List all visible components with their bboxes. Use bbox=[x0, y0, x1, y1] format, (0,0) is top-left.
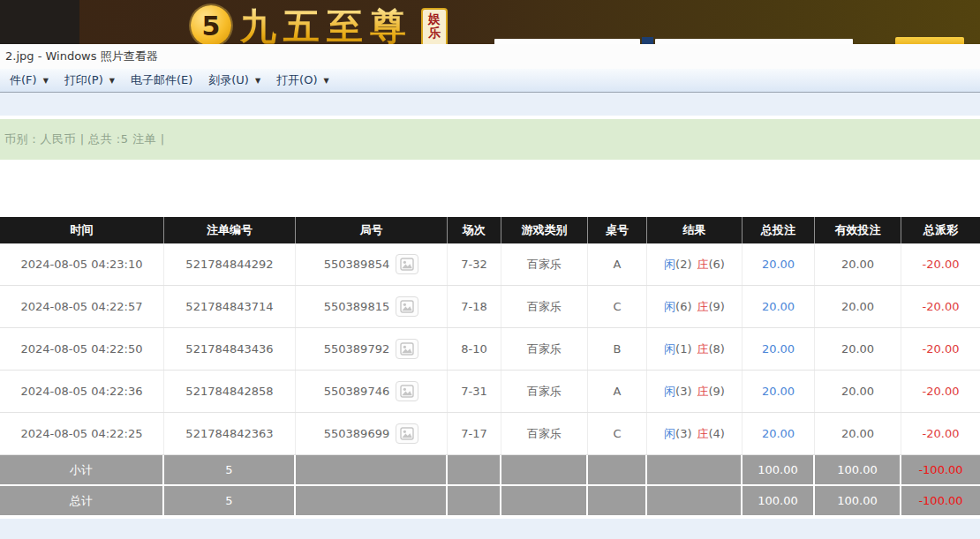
menu-email-label: 电子邮件(E) bbox=[131, 72, 192, 88]
round-id: 550389699 bbox=[324, 427, 389, 440]
round-id: 550389746 bbox=[324, 385, 389, 398]
round-id: 550389854 bbox=[324, 258, 389, 271]
cell-total-bet: 20.00 bbox=[743, 243, 815, 285]
table-row: 2024-08-05 04:23:10 521784844292 5503898… bbox=[0, 243, 980, 286]
cell-table-no: C bbox=[588, 413, 647, 454]
cell-time: 2024-08-05 04:22:50 bbox=[0, 328, 164, 370]
empty-cell bbox=[296, 486, 448, 515]
total-row: 总计 5 100.00 100.00 -100.00 bbox=[0, 486, 980, 515]
table-body: 2024-08-05 04:23:10 521784844292 5503898… bbox=[0, 243, 980, 455]
cell-round: 550389854 bbox=[296, 243, 448, 285]
cell-time: 2024-08-05 04:22:36 bbox=[0, 371, 164, 412]
empty-cell bbox=[501, 486, 588, 515]
currency-info-text: 币别：人民币 | 总共 :5 注单 | bbox=[4, 131, 165, 147]
result-image-thumbnail[interactable] bbox=[396, 381, 418, 401]
broken-image-icon bbox=[400, 342, 414, 356]
cell-total-bet: 20.00 bbox=[743, 328, 815, 370]
empty-cell bbox=[588, 486, 647, 515]
currency-info-bar: 币别：人民币 | 总共 :5 注单 | bbox=[0, 119, 980, 160]
round-id: 550389792 bbox=[324, 342, 389, 356]
table-row: 2024-08-05 04:22:57 521784843714 5503898… bbox=[0, 286, 980, 328]
header-cell: 总投注 bbox=[743, 217, 815, 243]
result-image-thumbnail[interactable] bbox=[396, 296, 418, 317]
cell-total-bet: 20.00 bbox=[743, 286, 815, 327]
header-cell: 场次 bbox=[448, 217, 501, 243]
menu-burn-label: 刻录(U) bbox=[208, 72, 249, 88]
banker-points: (9) bbox=[709, 385, 725, 398]
cell-result: 闲(3)庄(9) bbox=[647, 371, 743, 412]
photo-viewer-window: 2.jpg - Windows 照片查看器 件(F) ▼ 打印(P) ▼ 电子邮… bbox=[0, 44, 980, 539]
header-cell: 游戏类别 bbox=[501, 217, 588, 243]
player-points: (1) bbox=[675, 342, 691, 356]
banker-label: 庄 bbox=[697, 257, 709, 273]
cell-result: 闲(3)庄(4) bbox=[647, 413, 743, 454]
cell-round: 550389815 bbox=[296, 286, 448, 327]
cell-time: 2024-08-05 04:22:57 bbox=[0, 286, 164, 327]
player-label: 闲 bbox=[664, 299, 675, 315]
cell-session: 7-31 bbox=[448, 371, 501, 412]
banker-points: (8) bbox=[709, 342, 725, 356]
menu-email[interactable]: 电子邮件(E) bbox=[123, 69, 200, 92]
cell-table-no: A bbox=[588, 243, 647, 285]
cell-table-no: B bbox=[588, 328, 647, 370]
header-cell: 桌号 bbox=[588, 217, 647, 243]
table-row: 2024-08-05 04:22:25 521784842363 5503896… bbox=[0, 413, 980, 455]
chevron-down-icon[interactable]: ▼ bbox=[324, 77, 329, 85]
cell-table-no: C bbox=[588, 286, 647, 327]
cell-total-bet: 20.00 bbox=[743, 371, 815, 412]
banker-label: 庄 bbox=[697, 299, 709, 315]
window-title: 2.jpg - Windows 照片查看器 bbox=[5, 49, 158, 64]
player-points: (6) bbox=[675, 300, 691, 313]
total-label: 总计 bbox=[0, 486, 164, 515]
menu-print[interactable]: 打印(P) ▼ bbox=[57, 69, 123, 92]
header-cell: 注单编号 bbox=[164, 217, 296, 243]
bet-records-table: 时间注单编号局号场次游戏类别桌号结果总投注有效投注总派彩 2024-08-05 … bbox=[0, 217, 980, 515]
cell-time: 2024-08-05 04:22:25 bbox=[0, 413, 164, 454]
subtotal-total-bet: 100.00 bbox=[743, 455, 815, 484]
cell-game-type: 百家乐 bbox=[501, 286, 588, 327]
result-image-thumbnail[interactable] bbox=[396, 254, 418, 274]
header-cell: 结果 bbox=[647, 217, 743, 243]
menu-open-label: 打开(O) bbox=[276, 72, 317, 88]
cell-valid-bet: 20.00 bbox=[815, 328, 901, 370]
chevron-down-icon[interactable]: ▼ bbox=[43, 77, 49, 85]
result-image-thumbnail[interactable] bbox=[396, 339, 418, 359]
cell-payout: -20.00 bbox=[901, 328, 980, 370]
empty-cell bbox=[501, 455, 588, 484]
chevron-down-icon[interactable]: ▼ bbox=[255, 77, 260, 85]
chevron-down-icon[interactable]: ▼ bbox=[109, 77, 115, 85]
result-image-thumbnail[interactable] bbox=[396, 423, 418, 444]
banker-label: 庄 bbox=[697, 384, 709, 400]
cell-payout: -20.00 bbox=[901, 413, 980, 454]
subtotal-row: 小计 5 100.00 100.00 -100.00 bbox=[0, 455, 980, 484]
table-row: 2024-08-05 04:22:50 521784843436 5503897… bbox=[0, 328, 980, 371]
cell-game-type: 百家乐 bbox=[501, 413, 588, 454]
cell-result: 闲(2)庄(6) bbox=[647, 243, 743, 285]
cell-game-type: 百家乐 bbox=[501, 371, 588, 412]
menu-burn[interactable]: 刻录(U) ▼ bbox=[200, 69, 268, 92]
cell-game-type: 百家乐 bbox=[501, 328, 588, 370]
menu-file[interactable]: 件(F) ▼ bbox=[2, 69, 57, 92]
player-label: 闲 bbox=[664, 341, 675, 357]
player-label: 闲 bbox=[664, 257, 675, 273]
menu-print-label: 打印(P) bbox=[64, 72, 103, 88]
banker-points: (6) bbox=[709, 258, 725, 271]
table-row: 2024-08-05 04:22:36 521784842858 5503897… bbox=[0, 371, 980, 413]
badge-char-top: 娱 bbox=[428, 11, 441, 26]
total-valid-bet: 100.00 bbox=[815, 486, 901, 515]
empty-cell bbox=[647, 455, 743, 484]
empty-cell bbox=[448, 486, 501, 515]
header-cell: 时间 bbox=[0, 217, 164, 243]
menu-open[interactable]: 打开(O) ▼ bbox=[268, 69, 337, 92]
subtotal-payout: -100.00 bbox=[901, 455, 980, 484]
displayed-photo: 币别：人民币 | 总共 :5 注单 | 时间注单编号局号场次游戏类别桌号结果总投… bbox=[0, 116, 980, 519]
banker-points: (9) bbox=[709, 300, 725, 313]
menu-file-label: 件(F) bbox=[10, 72, 37, 88]
cell-valid-bet: 20.00 bbox=[815, 243, 901, 285]
subtotal-count: 5 bbox=[164, 455, 296, 484]
empty-cell bbox=[296, 455, 448, 484]
entertainment-badge: 娱 乐 bbox=[421, 8, 448, 49]
cell-payout: -20.00 bbox=[901, 286, 980, 327]
cell-total-bet: 20.00 bbox=[743, 413, 815, 454]
empty-cell bbox=[448, 455, 501, 484]
